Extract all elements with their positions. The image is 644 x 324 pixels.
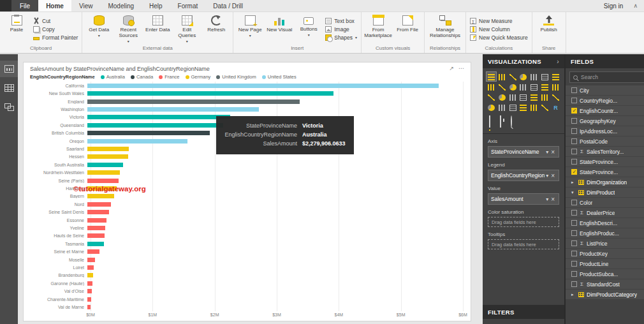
new-visual-button[interactable]: New Visual [265,13,293,45]
bar-seine-paris[interactable] [87,179,119,183]
field-checkbox[interactable] [571,128,577,134]
field-checkbox[interactable] [571,281,577,287]
field-checkbox[interactable] [571,118,577,124]
bar-oregon[interactable] [87,139,187,144]
tab-home[interactable]: Home [38,0,71,11]
expand-icon[interactable]: ▸ [571,292,576,297]
dropzone-color-saturation[interactable]: Drag data fields here [488,217,559,227]
buttons-button[interactable]: Buttons ▾ [295,13,323,45]
bar-new-south-wales[interactable] [87,91,333,96]
field-row-englishcountr[interactable]: EnglishCountr... [566,106,644,116]
bar-california[interactable] [87,84,439,88]
bar-tasmania[interactable] [87,242,104,246]
bar-brandenburg[interactable] [87,273,93,277]
edit-queries-button[interactable]: Edit Queries ▾ [173,13,201,45]
field-row-productkey[interactable]: ProductKey [566,249,644,259]
bar-moselle[interactable] [87,258,95,262]
bar-victoria[interactable] [87,115,230,119]
legend-item-canada[interactable]: Canada [131,74,153,80]
legend-item-france[interactable]: France [159,74,179,80]
well-value[interactable]: SalesAmount▾× [488,193,559,205]
line-stacked-column-chart-icon[interactable] [529,92,539,101]
bar-bayern[interactable] [87,194,114,198]
model-view-button[interactable] [0,99,18,115]
field-checkbox[interactable] [571,200,577,205]
legend-item-united-kingdom[interactable]: United Kingdom [216,74,256,80]
field-row-postalcode[interactable]: PostalCode [566,136,644,147]
bar-val-d-oise[interactable] [87,289,92,293]
fields-tab[interactable] [489,116,490,131]
bar-seine-saint-denis[interactable] [87,210,109,214]
hundred-stacked-bar-chart-icon[interactable] [529,72,539,81]
tab-help[interactable]: Help [142,0,170,11]
bar-nord[interactable] [87,202,111,207]
collapse-pane-icon[interactable]: › [557,58,559,65]
focus-mode-icon[interactable]: ↗ [449,66,454,71]
field-row-dealerprice[interactable]: ΣDealerPrice [566,208,644,218]
paste-button[interactable]: Paste [3,13,31,45]
field-checkbox[interactable] [571,159,577,165]
cut-button[interactable]: Cut [33,18,78,24]
field-row-stateprovince[interactable]: StateProvince... [566,157,644,167]
new-measure-button[interactable]: New Measure [470,18,528,24]
ribbon-chart-icon[interactable] [551,72,560,81]
line-chart-icon[interactable] [487,92,496,101]
matrix-icon[interactable] [540,103,550,112]
field-checkbox[interactable] [571,210,577,216]
tab-format[interactable]: Format [170,0,206,11]
field-row-listprice[interactable]: ΣListPrice [566,239,644,249]
new-column-button[interactable]: New Column [470,26,528,33]
tab-file[interactable]: File [11,0,38,11]
field-row-color[interactable]: Color [566,198,644,208]
slicer-icon[interactable] [519,103,529,112]
dropdown-caret-icon[interactable]: ▾ [545,196,550,202]
field-checkbox[interactable] [571,87,577,93]
field-checkbox[interactable] [571,138,577,144]
expand-icon[interactable]: ▾ [571,190,576,195]
pie-chart-icon[interactable] [508,82,518,91]
map-icon[interactable] [540,82,550,91]
funnel-icon[interactable] [540,92,550,101]
bar-washington[interactable] [87,107,259,112]
bar-nordrhein-westfalen[interactable] [87,170,120,175]
line-clustered-column-chart-icon[interactable] [519,92,529,101]
bar-loiret[interactable] [87,265,94,270]
tab-view[interactable]: View [71,0,101,11]
report-canvas[interactable]: SalesAmount by StateProvinceName and Eng… [18,54,483,324]
get-data-button[interactable]: Get Data ▾ [85,13,113,45]
field-checkbox[interactable] [571,149,577,154]
bar-england[interactable] [87,99,300,104]
treemap-icon[interactable] [529,82,539,91]
card-icon[interactable] [487,103,496,112]
sign-in-link[interactable]: Sign in [604,3,624,10]
new-page-button[interactable]: New Page ▾ [236,13,264,45]
collapse-ribbon-icon[interactable]: ∧ [633,3,638,9]
text-box-button[interactable]: Text box [325,18,357,24]
field-row-geographykey[interactable]: GeographyKey [566,116,644,126]
field-checkbox[interactable] [571,98,577,103]
kpi-icon[interactable] [508,103,518,112]
field-row-stateprovince[interactable]: StateProvince... [566,167,644,177]
field-row-productsubca[interactable]: ProductSubca... [566,269,644,279]
field-row-englishproduc[interactable]: EnglishProduc... [566,228,644,239]
enter-data-button[interactable]: Enter Data [143,13,172,45]
field-row-standardcost[interactable]: ΣStandardCost [566,279,644,290]
recent-sources-button[interactable]: Recent Sources ▾ [114,13,142,45]
field-checkbox[interactable] [571,251,577,256]
table-icon[interactable] [529,103,539,112]
remove-field-icon[interactable]: × [550,172,556,179]
more-options-icon[interactable]: ⋯ [458,66,464,71]
legend-item-australia[interactable]: Australia [101,74,125,80]
bar-val-de-marne[interactable] [87,305,91,309]
field-row-city[interactable]: City [566,85,644,96]
filled-map-icon[interactable] [551,82,560,91]
gauge-icon[interactable] [551,92,560,101]
field-row-salesterritory[interactable]: ΣSalesTerritory... [566,147,644,157]
bar-south-australia[interactable] [87,163,123,167]
refresh-button[interactable]: Refresh [202,13,230,45]
waterfall-chart-icon[interactable] [487,82,496,91]
dropdown-caret-icon[interactable]: ▾ [545,149,550,155]
image-button[interactable]: Image [325,26,357,33]
table-row-dimproduct[interactable]: ▾DimProduct [566,188,644,198]
table-row-dimproductcategory[interactable]: ▸DimProductCategory [566,290,644,300]
